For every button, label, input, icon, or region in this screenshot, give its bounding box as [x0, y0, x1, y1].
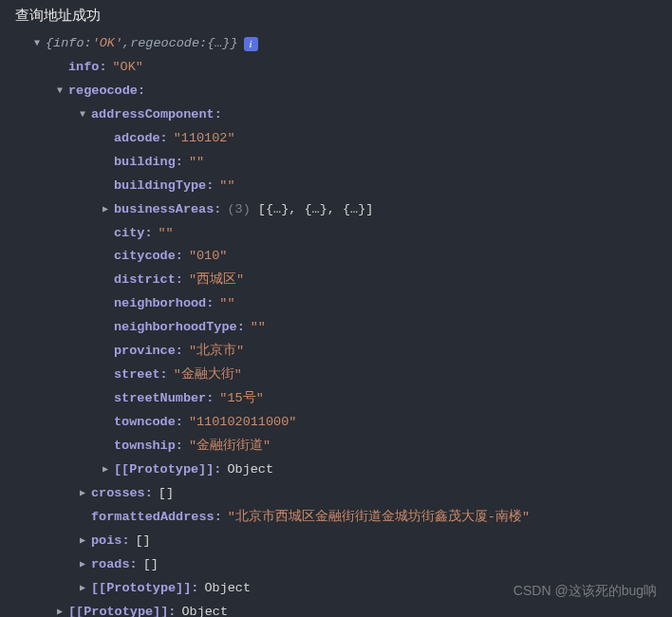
- brace: {: [46, 32, 53, 56]
- property-township[interactable]: ▶ township: "金融街街道": [8, 435, 664, 458]
- property-pois[interactable]: ▶ pois: []: [8, 530, 664, 553]
- collapse-arrow-icon[interactable]: ▶: [53, 604, 66, 617]
- property-info[interactable]: ▶ info: "OK": [8, 56, 664, 80]
- property-businessareas[interactable]: ▶ businessAreas: (3) [{…}, {…}, {…}]: [8, 198, 664, 222]
- property-formattedaddress[interactable]: ▶ formattedAddress: "北京市西城区金融街街道金城坊街鑫茂大厦…: [8, 506, 664, 530]
- property-crosses[interactable]: ▶ crosses: []: [8, 482, 664, 506]
- property-province[interactable]: ▶ province: "北京市": [8, 340, 664, 364]
- property-regeocode[interactable]: ▼ regeocode:: [8, 80, 664, 103]
- property-adcode[interactable]: ▶ adcode: "110102": [8, 127, 664, 151]
- property-towncode[interactable]: ▶ towncode: "110102011000": [8, 411, 664, 435]
- collapse-arrow-icon[interactable]: ▶: [76, 533, 89, 551]
- property-building[interactable]: ▶ building: "": [8, 151, 664, 175]
- object-summary-row[interactable]: ▼ { info : 'OK' , regeocode : {…} } i: [8, 32, 664, 56]
- preview-braces: {…}: [207, 32, 230, 56]
- collapse-arrow-icon[interactable]: ▶: [99, 461, 112, 479]
- preview-key-info: info: [53, 32, 84, 56]
- expand-arrow-icon[interactable]: ▼: [76, 106, 89, 124]
- expand-arrow-icon[interactable]: ▼: [53, 83, 66, 101]
- property-city[interactable]: ▶ city: "": [8, 222, 664, 246]
- collapse-arrow-icon[interactable]: ▶: [76, 556, 89, 574]
- property-streetnumber[interactable]: ▶ streetNumber: "15号": [8, 387, 664, 411]
- property-neighborhood[interactable]: ▶ neighborhood: "": [8, 292, 664, 316]
- watermark: CSDN @这该死的bug呐: [513, 579, 657, 604]
- property-neighborhoodtype[interactable]: ▶ neighborhoodType: "": [8, 316, 664, 340]
- info-icon[interactable]: i: [244, 37, 258, 51]
- property-citycode[interactable]: ▶ citycode: "010": [8, 245, 664, 269]
- log-title: 查询地址成功: [8, 4, 664, 30]
- property-street[interactable]: ▶ street: "金融大街": [8, 364, 664, 387]
- collapse-arrow-icon[interactable]: ▶: [76, 580, 89, 598]
- object-tree: ▼ { info : 'OK' , regeocode : {…} } i ▶ …: [8, 32, 664, 617]
- property-buildingtype[interactable]: ▶ buildingType: "": [8, 175, 664, 198]
- property-addresscomponent[interactable]: ▼ addressComponent:: [8, 103, 664, 127]
- preview-val-info: 'OK': [92, 32, 122, 56]
- collapse-arrow-icon[interactable]: ▶: [76, 485, 89, 503]
- expand-arrow-icon[interactable]: ▼: [30, 35, 44, 53]
- property-district[interactable]: ▶ district: "西城区": [8, 269, 664, 292]
- preview-key-regeocode: regeocode: [130, 32, 199, 56]
- property-prototype-ac[interactable]: ▶ [[Prototype]]: Object: [8, 458, 664, 482]
- collapse-arrow-icon[interactable]: ▶: [99, 201, 112, 219]
- property-roads[interactable]: ▶ roads: []: [8, 553, 664, 577]
